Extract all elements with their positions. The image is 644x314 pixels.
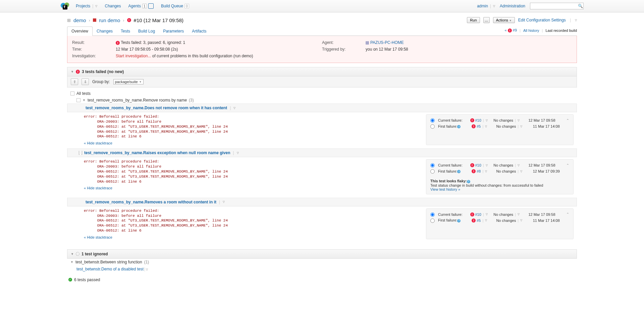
- info-icon[interactable]: ?: [457, 170, 461, 173]
- start-investigation-link[interactable]: Start investigation...: [116, 54, 151, 58]
- build-title: #10 (12 Mar 17 09:58): [134, 17, 183, 23]
- group-toolbar: ⇧ ⇩ Group by: package/suite▼: [67, 76, 577, 87]
- test-name-link[interactable]: test_remove_rooms_by_name.Does not remov…: [86, 106, 227, 110]
- build-link[interactable]: #8: [477, 169, 481, 173]
- first-failure-radio[interactable]: [430, 169, 435, 174]
- info-icon[interactable]: ?: [467, 180, 470, 183]
- current-failure-radio[interactable]: [430, 212, 435, 217]
- nav-administration[interactable]: Administration: [500, 4, 525, 8]
- build-link[interactable]: #10: [475, 212, 481, 216]
- tab-artifacts[interactable]: Artifacts: [188, 27, 210, 36]
- error-icon: !: [116, 41, 120, 45]
- ignored-tests-header[interactable]: ▼ 1 test ignored: [67, 249, 577, 259]
- chevron-down-icon[interactable]: ▽: [520, 219, 522, 222]
- failure-info-panel: Current failure:!#10|▽No changes|▽12 Mar…: [426, 159, 574, 194]
- chevron-down-icon[interactable]: ▽: [518, 213, 520, 216]
- scroll-top-icon[interactable]: ⌃: [566, 118, 569, 123]
- chevron-down-icon[interactable]: ▽: [518, 164, 520, 167]
- investigation-label: Investigation:: [72, 54, 116, 58]
- collapse-icon[interactable]: ▼: [71, 252, 74, 256]
- hide-stacktrace-link[interactable]: « Hide stacktrace: [84, 235, 419, 239]
- breadcrumb-config[interactable]: run demo: [99, 17, 120, 23]
- agent-link[interactable]: PAZUS-PC-HOME: [370, 40, 404, 45]
- nav-user[interactable]: admin|▽: [477, 4, 495, 8]
- failed-tests-header[interactable]: ▼ ! 3 tests failed (no new): [67, 67, 577, 76]
- build-link[interactable]: #5: [477, 218, 481, 223]
- suite-count: (3): [189, 98, 194, 103]
- first-failure-label: First failure:: [438, 124, 457, 128]
- current-failure-radio[interactable]: [430, 118, 435, 123]
- nav-projects[interactable]: Projects|▽: [76, 4, 97, 8]
- time-value: 12 Mar 17 09:58:05 - 09:58:08 (2s): [116, 47, 322, 52]
- test-body: error: Beforeall procedure failed: ORA-2…: [67, 112, 577, 148]
- chevron-down-icon[interactable]: ▽: [146, 268, 148, 271]
- build-link[interactable]: #10: [475, 118, 481, 122]
- collapse-icon[interactable]: ▼: [70, 260, 73, 264]
- prev-build-link[interactable]: « ! #9: [505, 28, 517, 33]
- nav-agents[interactable]: Agents 1: [128, 3, 154, 9]
- date-label: 11 Mar 17 14:08: [533, 218, 569, 223]
- build-link[interactable]: #10: [475, 163, 481, 167]
- build-link[interactable]: #5: [477, 124, 481, 128]
- scroll-top-icon[interactable]: ⌃: [566, 163, 569, 168]
- stacktrace: error: Beforeall procedure failed: ORA-2…: [84, 208, 419, 233]
- info-icon[interactable]: ?: [457, 125, 461, 128]
- test-row: test_remove_rooms_by_name.Raises excepti…: [67, 148, 577, 157]
- chevron-down-icon[interactable]: ▽: [485, 170, 487, 173]
- run-custom-button[interactable]: ...: [483, 17, 490, 23]
- run-button[interactable]: Run: [467, 17, 480, 23]
- project-icon: ⊞: [67, 18, 71, 23]
- chevron-down-icon[interactable]: ▽: [486, 164, 488, 167]
- nav-changes[interactable]: Changes: [105, 4, 121, 8]
- global-search[interactable]: 🔍: [530, 3, 584, 9]
- chevron-down-icon[interactable]: ▽: [486, 213, 488, 216]
- scroll-top-icon[interactable]: ⌃: [566, 212, 569, 216]
- collapse-icon[interactable]: ▼: [71, 70, 74, 73]
- ignored-test-link[interactable]: test_betwnstr.Demo of a disabled test: [76, 267, 144, 271]
- info-icon[interactable]: ?: [457, 219, 461, 223]
- search-input[interactable]: [532, 4, 578, 8]
- view-test-history-link[interactable]: View test history »: [430, 187, 460, 191]
- tab-parameters[interactable]: Parameters: [159, 27, 188, 36]
- checkbox[interactable]: [76, 98, 80, 102]
- all-history-link[interactable]: All history: [523, 28, 539, 33]
- chevron-down-icon[interactable]: ▽: [486, 119, 488, 122]
- group-by-select[interactable]: package/suite▼: [113, 79, 144, 84]
- first-failure-radio[interactable]: [430, 218, 435, 223]
- hide-stacktrace-link[interactable]: « Hide stacktrace: [84, 186, 419, 190]
- edit-config-link[interactable]: Edit Configuration Settings: [518, 18, 566, 22]
- first-failure-radio[interactable]: [430, 124, 435, 129]
- chevron-down-icon[interactable]: ▽: [237, 151, 239, 154]
- svg-rect-4: [64, 6, 65, 8]
- actions-button[interactable]: Actions ▼: [493, 17, 515, 23]
- chevron-down-icon[interactable]: ▽: [485, 125, 487, 128]
- ignored-suite-row: ▼ test_betwnstr.Between string function …: [67, 259, 577, 265]
- chevron-down-icon: ▽: [95, 5, 97, 8]
- chevron-down-icon[interactable]: ▽: [520, 170, 522, 173]
- chevron-down-icon[interactable]: ▽: [520, 125, 522, 128]
- test-name-link[interactable]: test_remove_rooms_by_name.Raises excepti…: [84, 150, 230, 155]
- checkbox[interactable]: [70, 91, 74, 96]
- breadcrumb-project[interactable]: demo: [73, 17, 86, 23]
- tab-changes[interactable]: Changes: [93, 27, 117, 36]
- chevron-down-icon[interactable]: ▽: [518, 119, 520, 122]
- date-label: 12 Mar 17 09:58: [528, 212, 563, 216]
- hide-stacktrace-link[interactable]: « Hide stacktrace: [84, 141, 419, 145]
- tab-overview[interactable]: Overview: [67, 26, 93, 36]
- collapse-all-button[interactable]: ⇧: [71, 78, 78, 85]
- chevron-down-icon[interactable]: ▽: [233, 107, 235, 110]
- error-icon: !: [76, 70, 80, 74]
- ignored-suite-name: test_betwnstr.Between string function: [75, 260, 142, 264]
- tab-build-log[interactable]: Build Log: [134, 27, 159, 36]
- chevron-down-icon[interactable]: ▽: [485, 219, 487, 222]
- chevron-down-icon[interactable]: ▽: [223, 200, 225, 203]
- agents-authorize-icon[interactable]: [148, 3, 154, 9]
- collapse-icon[interactable]: ▼: [83, 99, 86, 102]
- tab-tests[interactable]: Tests: [117, 27, 134, 36]
- failure-info-panel: Current failure:!#10|▽No changes|▽12 Mar…: [426, 114, 574, 145]
- nav-build-queue[interactable]: Build Queue 0: [161, 4, 189, 8]
- svg-rect-2: [63, 5, 67, 10]
- expand-all-button[interactable]: ⇩: [82, 78, 89, 85]
- current-failure-radio[interactable]: [430, 163, 435, 168]
- test-name-link[interactable]: test_remove_rooms_by_name.Removes a room…: [86, 200, 216, 204]
